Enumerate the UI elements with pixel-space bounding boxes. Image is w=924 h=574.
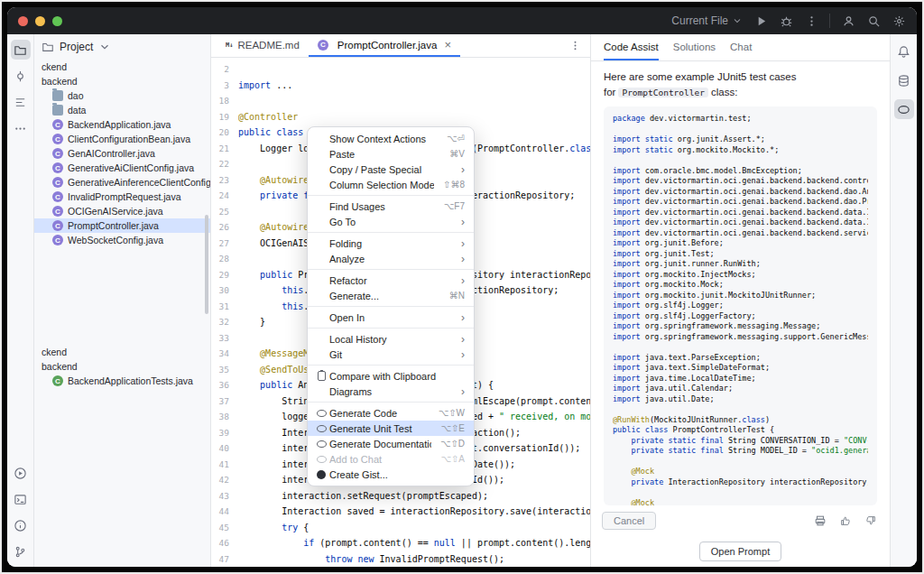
class-icon: C	[52, 235, 63, 245]
assist-tab-code-assist[interactable]: Code Assist	[604, 34, 659, 60]
code-assist-tool-button[interactable]	[894, 99, 914, 119]
close-window-button[interactable]	[18, 16, 28, 26]
github-icon	[317, 470, 326, 479]
tree-item-ocigenaiservice-java[interactable]: COCIGenAIService.java	[34, 204, 210, 218]
debug-button[interactable]	[779, 14, 793, 28]
tree-item-promptcontroller-java[interactable]: CPromptController.java	[34, 218, 210, 233]
tree-item-generativeaiclientconfig-java[interactable]: CGenerativeAiClientConfig.java	[34, 161, 210, 175]
menu-item-copy-paste-special[interactable]: Copy / Paste Special›	[308, 162, 474, 177]
code-line: 19@Controller	[211, 109, 590, 125]
menu-item-generate-documentation[interactable]: Generate Documentation⌥⇧D	[308, 436, 474, 451]
assist-code-line: public class PromptControllerTest {	[613, 425, 868, 436]
tree-item-websocketconfig-java[interactable]: CWebSocketConfig.java	[34, 233, 210, 247]
assist-code-line: package dev.victormartin.test;	[613, 114, 868, 125]
menu-item-paste[interactable]: Paste⌘V	[308, 146, 474, 162]
maximize-window-button[interactable]	[52, 16, 62, 26]
menu-item-generate-unit-test[interactable]: Generate Unit Test⌥⇧E	[308, 421, 474, 436]
assist-code-line	[613, 457, 868, 468]
menu-item-go-to[interactable]: Go To›	[308, 214, 474, 229]
project-panel-header[interactable]: Project	[34, 34, 210, 60]
project-scrollbar[interactable]	[205, 215, 208, 314]
tree-item-invalidpromptrequest-java[interactable]: CInvalidPromptRequest.java	[34, 190, 210, 204]
tree-item-data[interactable]: data	[34, 103, 210, 117]
tree-item-backendapplication-java[interactable]: CBackendApplication.java	[34, 117, 210, 132]
menu-item-analyze[interactable]: Analyze›	[308, 251, 474, 266]
close-tab-icon[interactable]: ×	[444, 39, 451, 51]
database-tool-button[interactable]	[894, 70, 914, 90]
left-tool-strip	[7, 34, 34, 567]
project-tool-button[interactable]	[11, 40, 31, 60]
window-controls	[18, 16, 62, 26]
terminal-tool-button[interactable]	[11, 489, 31, 509]
menu-item-column-selection-mode[interactable]: Column Selection Mode⇧⌘8	[308, 177, 474, 192]
menu-item-show-context-actions[interactable]: Show Context Actions⌥⏎	[308, 131, 474, 146]
menu-item-local-history[interactable]: Local History›	[308, 331, 474, 347]
tree-item-backendapplicationtests-java[interactable]: CBackendApplicationTests.java	[34, 374, 210, 388]
more-tools-button[interactable]	[11, 118, 31, 138]
menu-separator	[308, 232, 474, 233]
editor-tab-promptcontroller-java[interactable]: CPromptController.java×	[309, 34, 460, 57]
editor-tab-options-button[interactable]	[560, 34, 590, 57]
line-number: 22	[211, 156, 238, 172]
line-number: 28	[211, 251, 238, 267]
assist-code-line	[613, 342, 868, 353]
menu-item-find-usages[interactable]: Find Usages⌥F7	[308, 199, 474, 214]
menu-item-label: Column Selection Mode	[329, 180, 434, 190]
assist-tab-chat[interactable]: Chat	[730, 34, 752, 60]
account-button[interactable]	[841, 14, 855, 28]
tree-item-clientconfigurationbean-java[interactable]: CClientConfigurationBean.java	[34, 132, 210, 146]
more-actions-button[interactable]	[804, 14, 818, 28]
menu-item-compare-with-clipboard[interactable]: Compare with Clipboard	[308, 368, 474, 384]
menu-item-refactor[interactable]: Refactor›	[308, 273, 474, 288]
tree-item-label: BackendApplication.java	[68, 119, 171, 130]
line-number: 24	[211, 188, 238, 204]
menu-item-folding[interactable]: Folding›	[308, 236, 474, 251]
tree-item-backend[interactable]: backend	[34, 74, 210, 88]
problems-tool-button[interactable]	[11, 515, 31, 535]
structure-tool-button[interactable]	[11, 92, 31, 112]
menu-item-create-gist[interactable]: Create Gist...	[308, 467, 474, 482]
menu-shortcut: ⌥⇧D	[440, 439, 465, 449]
thumbs-up-icon[interactable]	[837, 513, 854, 529]
commit-tool-button[interactable]	[11, 66, 31, 86]
line-number: 2	[211, 61, 238, 78]
minimize-window-button[interactable]	[35, 16, 45, 26]
assist-tab-solutions[interactable]: Solutions	[673, 34, 716, 60]
inline-code-chip: PromptController	[618, 88, 708, 97]
menu-item-diagrams[interactable]: Diagrams›	[308, 384, 474, 399]
tree-item-ckend[interactable]: ckend	[34, 345, 210, 359]
tree-spacer	[34, 247, 210, 345]
run-button[interactable]	[753, 14, 768, 28]
thumbs-down-icon[interactable]	[863, 513, 879, 529]
menu-item-generate-code[interactable]: Generate Code⌥⇧W	[308, 405, 474, 421]
menu-item-generate[interactable]: Generate...⌘N	[308, 288, 474, 303]
menu-shortcut: ⌥⏎	[447, 134, 465, 144]
code-line: 46 if (prompt.content() == null || promp…	[211, 535, 590, 551]
notifications-bell-button[interactable]	[894, 42, 914, 61]
assist-code-line: import org.slf4j.LoggerFactory;	[613, 311, 868, 322]
menu-item-label: Refactor	[329, 275, 452, 286]
open-prompt-button[interactable]: Open Prompt	[699, 542, 781, 561]
export-icon[interactable]	[812, 513, 828, 529]
menu-item-git[interactable]: Git›	[308, 347, 474, 362]
assist-code-line: @Mock	[613, 467, 868, 477]
assist-code-line: private static final String CONVERSATION…	[613, 436, 868, 447]
settings-button[interactable]	[892, 14, 906, 28]
run-tool-button[interactable]	[11, 463, 31, 483]
line-code: @Controller	[238, 109, 298, 125]
chevron-down-icon	[98, 41, 111, 53]
tree-item-generativeainferenceclientconfig-java[interactable]: CGenerativeAinferenceClientConfig.java	[34, 175, 210, 190]
line-number: 21	[211, 141, 238, 157]
run-configuration-selector[interactable]: Current File	[671, 14, 743, 27]
menu-item-label: Find Usages	[329, 201, 435, 212]
git-branch-tool-button[interactable]	[11, 542, 31, 561]
cancel-button[interactable]: Cancel	[602, 512, 656, 530]
tree-item-ckend[interactable]: ckend	[34, 60, 210, 74]
tree-item-dao[interactable]: dao	[34, 88, 210, 103]
tree-item-genaicontroller-java[interactable]: CGenAIController.java	[34, 146, 210, 161]
menu-item-label: Local History	[329, 334, 452, 345]
menu-item-open-in[interactable]: Open In›	[308, 310, 474, 325]
editor-tab-readme-md[interactable]: M↓README.md	[217, 34, 309, 57]
search-button[interactable]	[866, 14, 881, 28]
tree-item-backend[interactable]: backend	[34, 359, 210, 374]
